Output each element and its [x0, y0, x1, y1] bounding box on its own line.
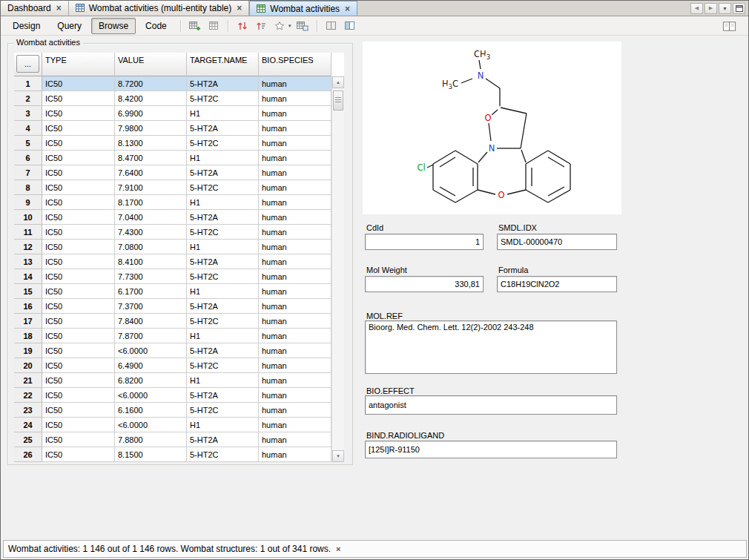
cell-target-name[interactable]: 5-HT2A	[187, 254, 259, 269]
new-table-icon[interactable]	[187, 19, 203, 34]
cell-bio-species[interactable]: human	[259, 225, 331, 240]
close-icon[interactable]: ×	[56, 4, 62, 13]
cell-target-name[interactable]: 5-HT2A	[187, 343, 259, 358]
cell-value[interactable]: 8.4100	[115, 254, 187, 269]
cell-value[interactable]: <6.0000	[115, 418, 187, 432]
cell-target-name[interactable]: 5-HT2C	[187, 358, 259, 373]
dropdown-caret-icon[interactable]: ▼	[288, 24, 292, 28]
cell-value[interactable]: 7.8400	[115, 314, 187, 329]
cell-type[interactable]: IC50	[42, 388, 115, 403]
cell-value[interactable]: 7.4300	[115, 225, 187, 240]
row-number-cell[interactable]: 15	[14, 284, 42, 299]
row-number-cell[interactable]: 16	[14, 299, 42, 314]
structure-viewer[interactable]: CH3 H3C N O N O Cl	[363, 42, 621, 214]
table-row[interactable]: 25 IC50 7.8800 5-HT2A human	[14, 432, 331, 447]
close-icon[interactable]: ×	[336, 544, 340, 553]
formula-input[interactable]	[498, 277, 616, 291]
cell-type[interactable]: IC50	[42, 447, 115, 462]
layout-split-icon[interactable]	[342, 19, 358, 34]
row-number-cell[interactable]: 7	[14, 165, 42, 180]
cell-value[interactable]: 7.7300	[115, 269, 187, 284]
cell-type[interactable]: IC50	[42, 240, 115, 254]
cell-target-name[interactable]: H1	[187, 373, 259, 388]
cell-target-name[interactable]: H1	[187, 151, 259, 165]
cell-target-name[interactable]: H1	[187, 329, 259, 343]
cell-type[interactable]: IC50	[42, 314, 115, 329]
table-row[interactable]: 7 IC50 7.6400 5-HT2A human	[14, 165, 331, 180]
cell-target-name[interactable]: 5-HT2C	[187, 403, 259, 418]
table-row[interactable]: 24 IC50 <6.0000 H1 human	[14, 418, 331, 432]
table-row[interactable]: 26 IC50 8.1500 5-HT2C human	[14, 447, 331, 462]
row-number-cell[interactable]: 4	[14, 121, 42, 136]
cell-type[interactable]: IC50	[42, 358, 115, 373]
cell-bio-species[interactable]: human	[259, 284, 331, 299]
table-row[interactable]: 20 IC50 6.4900 5-HT2C human	[14, 358, 331, 373]
cell-type[interactable]: IC50	[42, 299, 115, 314]
row-number-cell[interactable]: 25	[14, 432, 42, 447]
table-row[interactable]: 9 IC50 8.1700 H1 human	[14, 195, 331, 210]
scrollbar-thumb[interactable]	[333, 90, 343, 111]
table-row[interactable]: 1 IC50 8.7200 5-HT2A human	[14, 76, 331, 91]
cell-target-name[interactable]: 5-HT2A	[187, 299, 259, 314]
cell-type[interactable]: IC50	[42, 151, 115, 165]
table-row[interactable]: 8 IC50 7.9100 5-HT2C human	[14, 180, 331, 195]
cell-type[interactable]: IC50	[42, 106, 115, 121]
tab-list-dropdown-button[interactable]: ▼	[719, 3, 731, 14]
table-row[interactable]: 3 IC50 6.9900 H1 human	[14, 106, 331, 121]
cell-bio-species[interactable]: human	[259, 299, 331, 314]
design-button[interactable]: Design	[5, 18, 47, 34]
cell-target-name[interactable]: H1	[187, 240, 259, 254]
table-corner-button[interactable]: ...	[16, 55, 39, 73]
cell-value[interactable]: 8.4200	[115, 91, 187, 106]
cell-bio-species[interactable]: human	[259, 195, 331, 210]
bind-radioligand-input[interactable]	[366, 441, 616, 458]
cell-type[interactable]: IC50	[42, 403, 115, 418]
cell-type[interactable]: IC50	[42, 91, 115, 106]
row-number-cell[interactable]: 20	[14, 358, 42, 373]
cell-value[interactable]: 7.9100	[115, 180, 187, 195]
table-row[interactable]: 13 IC50 8.4100 5-HT2A human	[14, 254, 331, 269]
cell-target-name[interactable]: 5-HT2C	[187, 91, 259, 106]
row-number-cell[interactable]: 5	[14, 136, 42, 151]
cell-target-name[interactable]: 5-HT2A	[187, 210, 259, 225]
cell-bio-species[interactable]: human	[259, 76, 331, 91]
row-number-cell[interactable]: 3	[14, 106, 42, 121]
table-row[interactable]: 14 IC50 7.7300 5-HT2C human	[14, 269, 331, 284]
table-row[interactable]: 18 IC50 7.8700 H1 human	[14, 329, 331, 343]
cell-value[interactable]: 8.1700	[115, 195, 187, 210]
cell-type[interactable]: IC50	[42, 121, 115, 136]
tab-wombat-activities[interactable]: Wombat activities ×	[249, 1, 357, 16]
row-number-cell[interactable]: 14	[14, 269, 42, 284]
row-number-cell[interactable]: 10	[14, 210, 42, 225]
cell-type[interactable]: IC50	[42, 195, 115, 210]
query-button[interactable]: Query	[50, 18, 89, 34]
table-row[interactable]: 15 IC50 6.1700 H1 human	[14, 284, 331, 299]
column-header-value[interactable]: VALUE	[115, 53, 187, 76]
cell-target-name[interactable]: 5-HT2C	[187, 447, 259, 462]
cell-bio-species[interactable]: human	[259, 432, 331, 447]
cell-target-name[interactable]: 5-HT2C	[187, 136, 259, 151]
table-row[interactable]: 12 IC50 7.0800 H1 human	[14, 240, 331, 254]
maximize-view-button[interactable]	[733, 3, 745, 14]
cell-bio-species[interactable]: human	[259, 210, 331, 225]
table-row[interactable]: 10 IC50 7.0400 5-HT2A human	[14, 210, 331, 225]
cell-value[interactable]: 6.9900	[115, 106, 187, 121]
vertical-scrollbar[interactable]: ▲ ▼	[331, 76, 344, 462]
journal-icon[interactable]	[722, 19, 738, 34]
cell-value[interactable]: 8.1300	[115, 136, 187, 151]
cell-target-name[interactable]: 5-HT2A	[187, 121, 259, 136]
bio-effect-input[interactable]	[366, 396, 616, 414]
table-row[interactable]: 6 IC50 8.4700 H1 human	[14, 151, 331, 165]
cell-type[interactable]: IC50	[42, 418, 115, 432]
sort-icon[interactable]	[253, 19, 269, 34]
table-row[interactable]: 11 IC50 7.4300 5-HT2C human	[14, 225, 331, 240]
cell-target-name[interactable]: 5-HT2A	[187, 432, 259, 447]
scroll-up-icon[interactable]: ▲	[332, 76, 344, 88]
close-icon[interactable]: ×	[345, 4, 350, 13]
table-row[interactable]: 22 IC50 <6.0000 5-HT2A human	[14, 388, 331, 403]
cell-bio-species[interactable]: human	[259, 358, 331, 373]
row-number-cell[interactable]: 19	[14, 343, 42, 358]
cell-value[interactable]: 7.0400	[115, 210, 187, 225]
browse-button[interactable]: Browse	[91, 18, 136, 34]
cell-value[interactable]: 6.4900	[115, 358, 187, 373]
